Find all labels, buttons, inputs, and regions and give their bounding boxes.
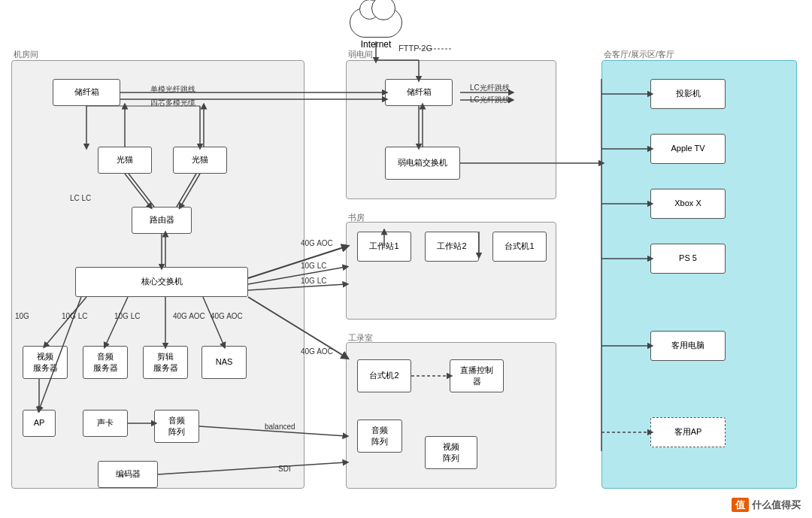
node-video-array: 视频 阵列 <box>425 436 477 469</box>
node-audio-array2: 音频 阵列 <box>357 420 402 453</box>
node-workstation1: 工作站1 <box>357 232 411 262</box>
watermark-icon: 值 <box>732 498 749 512</box>
label-quad-fiber: 四芯多模光缆 <box>150 98 195 108</box>
label-balanced: balanced <box>265 423 295 431</box>
node-audio-server: 音频 服务器 <box>83 346 128 379</box>
internet-label: Internet <box>346 39 406 50</box>
node-video-server: 视频 服务器 <box>23 346 68 379</box>
node-modem2: 光猫 <box>173 147 227 174</box>
node-weak-switch: 弱电箱交换机 <box>385 147 460 180</box>
node-audio-array-left: 音频 阵列 <box>154 410 199 443</box>
node-workstation2: 工作站2 <box>425 232 479 262</box>
watermark: 值 什么值得买 <box>732 498 801 512</box>
node-core-switch: 核心交换机 <box>75 267 248 297</box>
label-40g-aoc2: 40G AOC <box>173 312 205 320</box>
internet-section: Internet <box>346 8 406 50</box>
fttp-label: FTTP 2G <box>398 44 432 53</box>
node-nas: NAS <box>201 346 247 379</box>
label-single-fiber: 单模光纤跳线 <box>150 84 195 95</box>
node-soundcard: 声卡 <box>83 410 128 437</box>
node-guest-ap: 客用AP <box>650 417 726 447</box>
main-container: Internet FTTP 2G 机房间 弱电间 书房 工录室 会客厅/展示区/… <box>0 0 812 518</box>
section-label-middle-top: 弱电间 <box>348 49 373 60</box>
label-40g-aoc1: 40G AOC <box>301 239 333 247</box>
node-encoder: 编码器 <box>98 461 158 488</box>
node-desktop2: 台式机2 <box>357 359 411 392</box>
label-10g-lc-l1: 10G LC <box>62 312 87 320</box>
label-40g-aoc3: 40G AOC <box>211 312 243 320</box>
label-lc-lc: LC LC <box>70 194 91 202</box>
node-storage1: 储纤箱 <box>53 79 120 106</box>
cloud-icon <box>350 8 402 38</box>
node-projector: 投影机 <box>650 79 726 109</box>
node-storage2: 储纤箱 <box>385 79 453 106</box>
label-10g-lc-l2: 10G LC <box>114 312 140 320</box>
node-ap: AP <box>23 410 56 437</box>
section-label-left: 机房间 <box>14 49 38 60</box>
node-stream-controller: 直播控制 器 <box>450 359 504 392</box>
label-10g-lc1: 10G LC <box>301 262 326 270</box>
node-modem1: 光猫 <box>98 147 152 174</box>
watermark-text: 什么值得买 <box>752 499 801 510</box>
node-xbox: Xbox X <box>650 189 726 219</box>
label-10g-lc2: 10G LC <box>301 277 326 285</box>
node-guest-pc: 客用电脑 <box>650 331 726 361</box>
node-apple-tv: Apple TV <box>650 134 726 164</box>
label-10g: 10G <box>15 312 29 320</box>
node-ps5: PS 5 <box>650 244 726 274</box>
label-lc-fiber1: LC光纤跳线 <box>470 83 510 93</box>
label-lc-fiber2: LC光纤跳线 <box>470 95 510 105</box>
section-label-right: 会客厅/展示区/客厅 <box>604 49 674 60</box>
node-router: 路由器 <box>132 207 192 234</box>
node-edit-server: 剪辑 服务器 <box>143 346 188 379</box>
label-sdi: SDI <box>278 465 291 473</box>
label-40g-aoc-bot: 40G AOC <box>301 347 333 356</box>
node-desktop1: 台式机1 <box>492 232 547 262</box>
